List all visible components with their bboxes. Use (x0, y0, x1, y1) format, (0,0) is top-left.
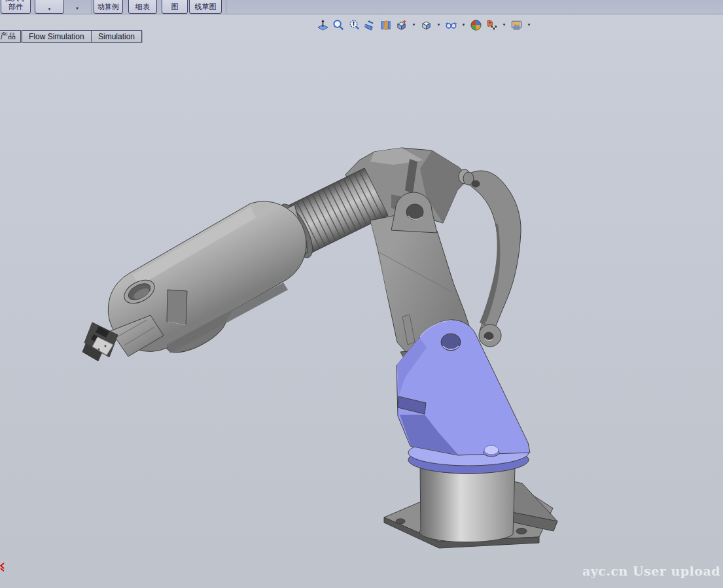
section-view-icon[interactable] (379, 19, 392, 31)
linkage-rod (466, 171, 521, 336)
chevron-down-icon[interactable]: ▼ (526, 23, 532, 27)
dropdown-button-2[interactable]: ▼ (67, 0, 88, 13)
button-label: 图 (171, 3, 179, 11)
bom-table-button[interactable]: 细表 (128, 0, 157, 14)
tab-label: Flow Simulation (29, 32, 84, 41)
chevron-down-icon[interactable]: ▼ (411, 23, 417, 27)
chevron-down-icon[interactable]: ▼ (461, 23, 467, 27)
chevron-down-icon: ▼ (48, 7, 52, 11)
edit-appearance-icon[interactable] (470, 19, 482, 31)
tab-simulation[interactable]: Simulation (91, 30, 142, 43)
view-orientation-icon[interactable] (395, 19, 408, 31)
dropdown-button-1[interactable]: ▼ (35, 0, 64, 14)
button-label: 动算例 (97, 3, 119, 11)
tab-label: 产品 (0, 31, 16, 42)
solidworks-window: 插入零 部件 ▼ ▼ 动算例 细表 图 线草图 (0, 0, 723, 588)
apply-scene-icon[interactable] (485, 19, 498, 31)
toolbar-separator (226, 0, 226, 14)
button-label: 细表 (135, 3, 150, 11)
graphics-viewport[interactable]: 产品 Flow Simulation Simulation (0, 14, 723, 588)
toolbar-separator (91, 0, 92, 14)
exploded-view-button[interactable]: 图 (162, 0, 188, 14)
watermark-text: ayc.cn User upload (582, 564, 720, 578)
reference-triad-fragment (1, 563, 4, 571)
chevron-down-icon[interactable]: ▼ (436, 23, 442, 27)
display-style-icon[interactable] (420, 19, 432, 31)
zoom-to-area-icon[interactable] (332, 19, 345, 31)
view-settings-icon[interactable] (510, 19, 523, 31)
tab-label: Simulation (98, 32, 135, 41)
button-label: 线草图 (195, 3, 217, 11)
tab-office-products[interactable]: 产品 (0, 30, 21, 43)
zoom-in-out-icon[interactable] (348, 19, 361, 31)
chevron-down-icon[interactable]: ▼ (501, 23, 507, 27)
chevron-down-icon: ▼ (75, 7, 79, 10)
insert-component-label-bottom: 部件 (9, 3, 23, 11)
insert-component-button[interactable]: 插入零 部件 (1, 0, 31, 14)
zoom-to-fit-icon[interactable] (317, 19, 329, 31)
explode-line-sketch-button[interactable]: 线草图 (189, 0, 222, 14)
motion-study-button[interactable]: 动算例 (94, 0, 123, 14)
hide-show-items-icon[interactable] (445, 19, 457, 31)
command-manager-strip: 插入零 部件 ▼ ▼ 动算例 细表 图 线草图 (0, 0, 723, 14)
robot-arm-model (0, 14, 723, 588)
previous-view-icon[interactable] (364, 19, 376, 31)
heads-up-view-toolbar: ▼ ▼ ▼ (317, 18, 532, 32)
flange-bolt (484, 445, 499, 457)
tab-flow-simulation[interactable]: Flow Simulation (22, 30, 92, 43)
